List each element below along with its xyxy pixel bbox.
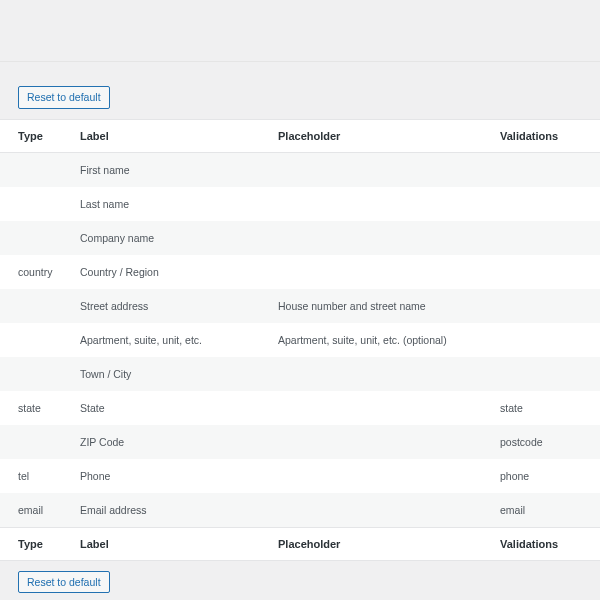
- cell-type: [0, 187, 72, 221]
- cell-type: [0, 323, 72, 357]
- cell-type: [0, 425, 72, 459]
- cell-placeholder: [270, 391, 492, 425]
- cell-placeholder: House number and street name: [270, 289, 492, 323]
- cell-validations: [492, 152, 600, 187]
- cell-validations: [492, 187, 600, 221]
- footer-type[interactable]: Type: [0, 527, 72, 560]
- table-row[interactable]: ZIP Codepostcode: [0, 425, 600, 459]
- cell-type: [0, 221, 72, 255]
- table-row[interactable]: Last name: [0, 187, 600, 221]
- footer-placeholder[interactable]: Placeholder: [270, 527, 492, 560]
- toolbar-strip: [0, 0, 600, 62]
- table-row[interactable]: countryCountry / Region: [0, 255, 600, 289]
- cell-validations: phone: [492, 459, 600, 493]
- cell-placeholder: [270, 493, 492, 528]
- table-footer-row: Type Label Placeholder Validations: [0, 527, 600, 560]
- cell-validations: email: [492, 493, 600, 528]
- table-row[interactable]: First name: [0, 152, 600, 187]
- reset-to-default-button[interactable]: Reset to default: [18, 86, 110, 109]
- table-row[interactable]: Town / City: [0, 357, 600, 391]
- reset-row-bottom: Reset to default: [0, 571, 600, 594]
- cell-placeholder: [270, 152, 492, 187]
- cell-type: email: [0, 493, 72, 528]
- cell-label: Email address: [72, 493, 270, 528]
- cell-label: Street address: [72, 289, 270, 323]
- header-label[interactable]: Label: [72, 119, 270, 152]
- cell-label: Country / Region: [72, 255, 270, 289]
- cell-placeholder: [270, 255, 492, 289]
- cell-label: Town / City: [72, 357, 270, 391]
- table-row[interactable]: Apartment, suite, unit, etc.Apartment, s…: [0, 323, 600, 357]
- cell-label: Phone: [72, 459, 270, 493]
- table-row[interactable]: Company name: [0, 221, 600, 255]
- cell-label: Company name: [72, 221, 270, 255]
- table-row[interactable]: Street addressHouse number and street na…: [0, 289, 600, 323]
- cell-placeholder: Apartment, suite, unit, etc. (optional): [270, 323, 492, 357]
- cell-type: country: [0, 255, 72, 289]
- cell-validations: [492, 255, 600, 289]
- cell-validations: [492, 289, 600, 323]
- cell-validations: [492, 357, 600, 391]
- cell-placeholder: [270, 425, 492, 459]
- table-row[interactable]: stateStatestate: [0, 391, 600, 425]
- cell-validations: state: [492, 391, 600, 425]
- cell-label: Apartment, suite, unit, etc.: [72, 323, 270, 357]
- cell-type: tel: [0, 459, 72, 493]
- cell-type: [0, 357, 72, 391]
- cell-validations: postcode: [492, 425, 600, 459]
- cell-validations: [492, 323, 600, 357]
- cell-placeholder: [270, 357, 492, 391]
- reset-to-default-button-bottom[interactable]: Reset to default: [18, 571, 110, 594]
- cell-label: ZIP Code: [72, 425, 270, 459]
- cell-placeholder: [270, 221, 492, 255]
- header-placeholder[interactable]: Placeholder: [270, 119, 492, 152]
- content-area: Reset to default Type Label Placeholder …: [0, 62, 600, 600]
- cell-type: state: [0, 391, 72, 425]
- header-validations[interactable]: Validations: [492, 119, 600, 152]
- cell-label: First name: [72, 152, 270, 187]
- header-type[interactable]: Type: [0, 119, 72, 152]
- cell-placeholder: [270, 459, 492, 493]
- table-row[interactable]: emailEmail addressemail: [0, 493, 600, 528]
- footer-label[interactable]: Label: [72, 527, 270, 560]
- cell-validations: [492, 221, 600, 255]
- reset-row-top: Reset to default: [0, 86, 600, 109]
- footer-validations[interactable]: Validations: [492, 527, 600, 560]
- cell-label: Last name: [72, 187, 270, 221]
- table-row[interactable]: telPhonephone: [0, 459, 600, 493]
- table-header-row: Type Label Placeholder Validations: [0, 119, 600, 152]
- cell-type: [0, 289, 72, 323]
- cell-label: State: [72, 391, 270, 425]
- fields-table: Type Label Placeholder Validations First…: [0, 119, 600, 561]
- cell-type: [0, 152, 72, 187]
- cell-placeholder: [270, 187, 492, 221]
